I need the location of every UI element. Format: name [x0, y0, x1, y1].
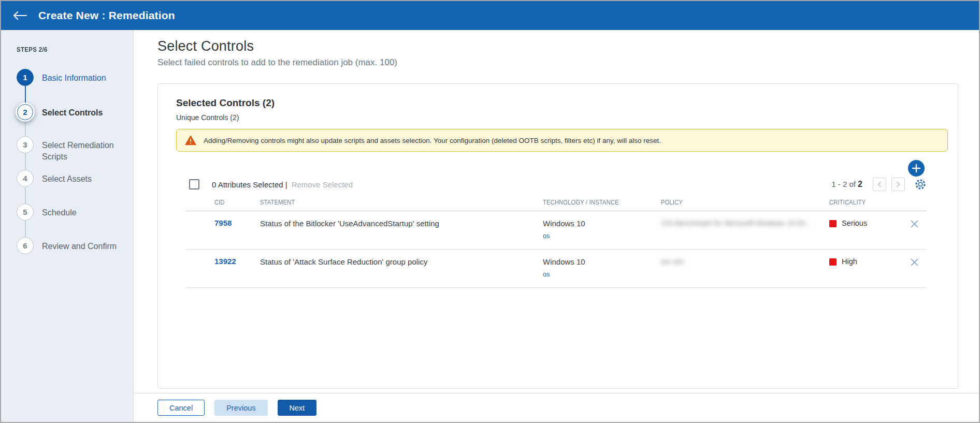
criticality-cell: Serious — [829, 218, 902, 229]
criticality-color-swatch — [829, 220, 837, 227]
previous-button[interactable]: Previous — [214, 400, 267, 416]
step-review-and-confirm[interactable]: 6 Review and Confirm — [17, 237, 133, 271]
plus-icon — [912, 164, 921, 173]
step-label: Schedule — [42, 203, 77, 218]
chevron-left-icon[interactable] — [873, 178, 886, 191]
criticality-cell: High — [829, 257, 902, 267]
close-icon[interactable] — [902, 256, 927, 270]
step-basic-information[interactable]: 1 Basic Information — [17, 69, 133, 103]
col-header-technology: TECHNOLOGY / INSTANCE — [543, 198, 640, 206]
step-label: Select Assets — [42, 170, 92, 185]
cid-link[interactable]: 7958 — [214, 218, 260, 227]
policy-cell: CIS Benchmark for Microsoft Windows 10 E… — [661, 218, 829, 231]
criticality-color-swatch — [829, 258, 837, 266]
panel-title: Selected Controls (2) — [167, 97, 948, 109]
step-select-assets[interactable]: 4 Select Assets — [17, 170, 133, 203]
col-header-cid: CID — [214, 198, 252, 206]
step-label: Select Remediation Scripts — [42, 136, 121, 162]
cancel-button[interactable]: Cancel — [157, 400, 205, 416]
steps-sidebar: STEPS 2/6 1 Basic Information 2 Select C… — [1, 30, 134, 422]
instance-label: os — [543, 232, 653, 241]
step-number-badge: 6 — [17, 237, 34, 254]
step-label: Select Controls — [42, 103, 103, 119]
steps-list: 1 Basic Information 2 Select Controls 3 … — [17, 69, 133, 271]
cid-link[interactable]: 13922 — [214, 257, 260, 266]
select-all-checkbox[interactable] — [189, 179, 199, 189]
step-label: Review and Confirm — [42, 237, 117, 252]
pagination-range: 1 - 2 of 2 — [831, 180, 862, 189]
page-subtitle: Select failed controls to add to the rem… — [157, 57, 958, 68]
step-connector — [25, 187, 26, 205]
step-connector — [25, 120, 26, 137]
unique-controls-count: Unique Controls (2) — [167, 113, 948, 122]
step-label: Basic Information — [42, 69, 106, 84]
col-header-statement: STATEMENT — [260, 198, 492, 206]
step-select-controls[interactable]: 2 Select Controls — [17, 103, 133, 136]
steps-progress-label: STEPS 2/6 — [17, 46, 119, 53]
selected-controls-panel: Selected Controls (2) Unique Controls (2… — [157, 83, 958, 389]
controls-table: CID STATEMENT TECHNOLOGY / INSTANCE POLI… — [167, 198, 948, 288]
step-number-badge: 3 — [17, 136, 34, 153]
next-button[interactable]: Next — [278, 400, 317, 416]
step-connector — [25, 221, 26, 238]
step-number-badge: 1 — [17, 69, 34, 86]
table-row: 13922 Status of 'Attack Surface Reductio… — [185, 250, 927, 288]
table-row: 7958 Status of the Bitlocker 'UseAdvance… — [185, 211, 927, 250]
policy-cell: asr win — [661, 257, 829, 269]
policy-blurred-text: CIS Benchmark for Microsoft Windows 10 E… — [661, 218, 810, 228]
technology-cell: Windows 10 os — [543, 257, 661, 279]
instance-label: os — [543, 270, 653, 279]
step-schedule[interactable]: 5 Schedule — [17, 203, 133, 237]
gear-icon[interactable] — [914, 178, 927, 191]
attributes-selected-label: 0 Attributes Selected | — [212, 180, 287, 189]
window-title: Create New : Remediation — [38, 9, 175, 22]
app-window: Create New : Remediation STEPS 2/6 1 Bas… — [0, 0, 980, 423]
table-toolbar: 0 Attributes Selected | Remove Selected … — [167, 178, 948, 191]
col-header-criticality: CRITICALITY — [829, 198, 889, 206]
step-number-badge: 4 — [17, 170, 34, 187]
step-connector — [25, 153, 26, 171]
step-number-badge: 5 — [17, 203, 34, 221]
add-controls-button[interactable] — [908, 160, 925, 177]
statement-cell: Status of the Bitlocker 'UseAdvancedStar… — [260, 218, 543, 229]
statement-cell: Status of 'Attack Surface Reduction' gro… — [260, 257, 543, 267]
col-header-policy: POLICY — [661, 198, 799, 206]
back-arrow-icon[interactable] — [12, 8, 30, 23]
chevron-right-icon[interactable] — [891, 178, 905, 191]
warning-banner: Adding/Removing controls might also upda… — [176, 129, 948, 152]
step-number-badge: 2 — [16, 103, 35, 122]
page-header: Create New : Remediation — [1, 1, 979, 30]
step-select-remediation-scripts[interactable]: 3 Select Remediation Scripts — [17, 136, 133, 170]
warning-text: Adding/Removing controls might also upda… — [204, 137, 661, 144]
warning-triangle-icon — [185, 135, 196, 145]
wizard-footer: Cancel Previous Next — [134, 393, 979, 422]
main-content: Select Controls Select failed controls t… — [134, 30, 979, 422]
policy-blurred-text: asr win — [661, 257, 684, 267]
close-icon[interactable] — [902, 217, 927, 232]
remove-selected-link[interactable]: Remove Selected — [292, 180, 353, 189]
table-header-row: CID STATEMENT TECHNOLOGY / INSTANCE POLI… — [185, 198, 927, 211]
step-connector — [25, 86, 26, 104]
page-title: Select Controls — [157, 38, 958, 54]
technology-cell: Windows 10 os — [543, 218, 661, 241]
